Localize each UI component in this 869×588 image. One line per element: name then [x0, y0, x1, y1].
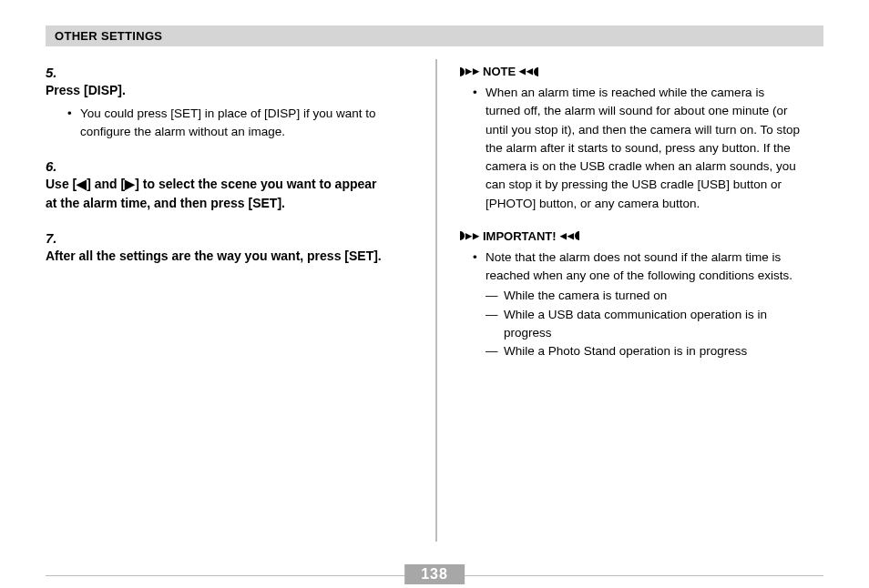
step-7: 7. After all the settings are the way yo…	[46, 230, 405, 265]
column-divider	[435, 59, 437, 542]
dash-icon: —	[486, 342, 504, 360]
step-subtext: You could press [SET] in place of [DISP]…	[80, 105, 405, 140]
step-heading: Use [◀] and [▶] to select the scene you …	[46, 175, 383, 212]
dash-icon: —	[486, 306, 504, 343]
step-6: 6. Use [◀] and [▶] to select the scene y…	[46, 158, 405, 212]
step-heading: After all the settings are the way you w…	[46, 247, 383, 265]
list-item: — While a USB data communication operati…	[486, 306, 802, 343]
note-callout: ▶▶ NOTE ◀◀ • When an alarm time is reach…	[460, 65, 802, 213]
list-item-text: While a Photo Stand operation is in prog…	[504, 342, 802, 360]
step-5: 5. Press [DISP]. • You could press [SET]…	[46, 65, 405, 140]
bullet-icon: •	[473, 248, 486, 286]
list-item: — While a Photo Stand operation is in pr…	[486, 342, 802, 360]
step-number: 6.	[46, 158, 67, 174]
left-column: 5. Press [DISP]. • You could press [SET]…	[46, 65, 424, 370]
important-decor-right-icon: ◀◀	[560, 231, 579, 240]
important-decor-left-icon: ▶▶	[460, 231, 479, 240]
step-number: 7.	[46, 230, 67, 246]
important-callout: ▶▶ IMPORTANT! ◀◀ • Note that the alarm d…	[460, 229, 802, 361]
list-item-text: While the camera is turned on	[504, 287, 802, 305]
important-label: IMPORTANT!	[483, 229, 557, 243]
note-decor-left-icon: ▶▶	[460, 67, 479, 76]
important-intro: Note that the alarm does not sound if th…	[486, 248, 802, 286]
note-decor-right-icon: ◀◀	[519, 67, 538, 76]
step-heading: Press [DISP].	[46, 81, 383, 99]
bullet-icon: •	[473, 84, 486, 213]
bullet-icon: •	[67, 105, 80, 140]
section-header: OTHER SETTINGS	[46, 25, 823, 46]
note-label: NOTE	[483, 65, 516, 78]
list-item: — While the camera is turned on	[486, 287, 802, 305]
step-number: 5.	[46, 65, 67, 80]
list-item-text: While a USB data communication operation…	[504, 306, 802, 343]
page-number: 138	[404, 564, 465, 584]
right-column: ▶▶ NOTE ◀◀ • When an alarm time is reach…	[424, 65, 802, 370]
note-body: When an alarm time is reached while the …	[486, 84, 802, 213]
dash-icon: —	[486, 287, 504, 305]
